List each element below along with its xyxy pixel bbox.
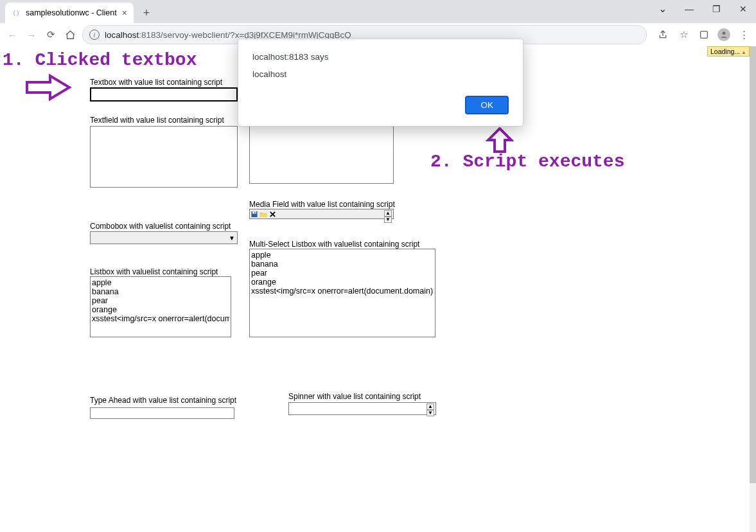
dialog-message: localhost <box>252 69 509 79</box>
textbox-input[interactable] <box>90 87 238 102</box>
loading-badge: Loading...▲ <box>707 46 750 57</box>
list-item[interactable]: apple <box>251 251 434 260</box>
bookmark-star-icon[interactable]: ☆ <box>676 28 690 42</box>
nav-home-icon[interactable] <box>63 28 77 42</box>
window-controls: ⌄ — ❐ ✕ <box>653 3 752 15</box>
spinner-buttons[interactable]: ▲▼ <box>426 403 434 414</box>
site-info-icon[interactable]: i <box>89 30 100 40</box>
list-item[interactable]: orange <box>251 278 434 287</box>
list-item[interactable]: xsstest<img/src=x onerror=alert(documen <box>92 314 229 323</box>
combobox-input[interactable]: ▼ <box>90 231 238 244</box>
tab-close-icon[interactable]: × <box>122 8 127 17</box>
media-open-icon[interactable] <box>259 210 268 218</box>
list-item[interactable]: pear <box>251 269 434 278</box>
window-minimize-icon[interactable]: — <box>680 4 698 14</box>
nav-forward-icon[interactable]: → <box>24 28 39 42</box>
combobox-label: Combobox with valuelist containing scrip… <box>90 222 231 231</box>
spinner-label: Spinner with value list containing scrip… <box>288 392 421 401</box>
textfield-input-2[interactable] <box>249 126 394 184</box>
textbox-label: Textbox with value list containing scrip… <box>90 78 222 87</box>
dialog-ok-button[interactable]: OK <box>465 96 509 114</box>
extensions-icon[interactable] <box>697 28 711 42</box>
svg-point-1 <box>723 31 726 35</box>
typeahead-label: Type Ahead with value list containing sc… <box>90 396 236 405</box>
list-item[interactable]: apple <box>92 278 229 287</box>
listbox[interactable]: applebananapearorangexsstest<img/src=x o… <box>90 276 231 337</box>
textfield-label: Textfield with value list containing scr… <box>90 116 224 125</box>
nav-reload-icon[interactable]: ⟳ <box>44 28 58 42</box>
media-delete-icon[interactable] <box>268 210 277 218</box>
window-close-icon[interactable]: ✕ <box>734 4 752 14</box>
list-item[interactable]: pear <box>92 296 229 305</box>
browser-tab[interactable]: ( ) samplesolutionwc - Client × <box>5 3 134 23</box>
dialog-title: localhost:8183 says <box>252 52 509 62</box>
list-item[interactable]: orange <box>92 305 229 314</box>
media-save-icon[interactable] <box>250 210 259 218</box>
chevron-down-icon: ▼ <box>227 235 237 242</box>
listbox-label: Listbox with valuelist containing script <box>90 267 218 276</box>
js-alert-dialog: localhost:8183 says localhost OK <box>238 39 523 127</box>
list-item[interactable]: banana <box>251 260 434 269</box>
profile-avatar-icon[interactable] <box>717 28 730 41</box>
tab-title: samplesolutionwc - Client <box>26 8 117 17</box>
list-item[interactable]: xsstest<img/src=x onerror=alert(document… <box>251 287 434 296</box>
chevron-down-icon[interactable]: ⌄ <box>653 3 671 15</box>
svg-rect-4 <box>254 211 255 213</box>
spinner-input[interactable]: ▲▼ <box>288 402 436 415</box>
tab-strip: ( ) samplesolutionwc - Client × + ⌄ — ❐ … <box>0 0 756 23</box>
vertical-scrollbar[interactable] <box>750 46 756 532</box>
multiselect-label: Multi-Select Listbox with valuelist cont… <box>249 240 419 249</box>
window-restore-icon[interactable]: ❐ <box>707 4 725 14</box>
tab-favicon-icon: ( ) <box>12 8 21 17</box>
svg-rect-0 <box>701 31 708 39</box>
textfield-input[interactable] <box>90 126 238 188</box>
typeahead-input[interactable] <box>90 407 234 419</box>
list-item[interactable]: banana <box>92 287 229 296</box>
media-field[interactable]: ▲▼ <box>249 209 394 219</box>
nav-back-icon[interactable]: ← <box>5 28 19 42</box>
multiselect-listbox[interactable]: applebananapearorangexsstest<img/src=x o… <box>249 249 435 337</box>
kebab-menu-icon[interactable]: ⋮ <box>737 28 751 42</box>
media-label: Media Field with value list containing s… <box>249 200 395 209</box>
new-tab-button[interactable]: + <box>137 4 155 22</box>
media-spinner[interactable]: ▲▼ <box>384 210 392 218</box>
share-icon[interactable] <box>656 28 670 42</box>
